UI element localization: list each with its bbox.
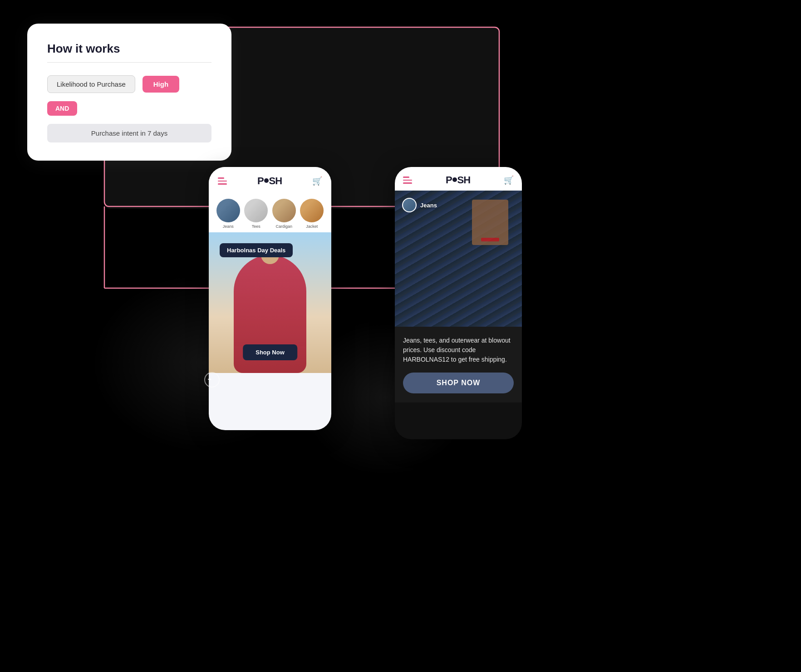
tees-circle <box>244 199 268 222</box>
hamburger-icon[interactable] <box>218 177 227 185</box>
cart-icon-right[interactable]: 🛒 <box>504 175 514 185</box>
hamburger-icon-right[interactable] <box>403 177 412 184</box>
and-chip[interactable]: AND <box>47 101 77 116</box>
phone-right-body: Jeans, tees, and outerwear at blowout pr… <box>395 327 522 402</box>
jeans-label: Jeans <box>223 224 234 229</box>
phone-left: PSH 🛒 Jeans Tees Cardigan Jacket Harboln… <box>209 167 331 430</box>
cardigan-label: Cardigan <box>275 224 292 229</box>
posh-logo-left: PSH <box>257 175 282 187</box>
category-tees[interactable]: Tees <box>244 199 268 229</box>
jeans-circle <box>216 199 240 222</box>
phone-left-header: PSH 🛒 <box>209 167 331 192</box>
category-cardigan[interactable]: Cardigan <box>272 199 296 229</box>
category-jeans[interactable]: Jeans <box>216 199 240 229</box>
likelihood-chip[interactable]: Likelihood to Purchase <box>47 75 135 93</box>
tees-label: Tees <box>252 224 260 229</box>
jeans-hero: Jeans <box>395 191 522 327</box>
jeans-badge: Jeans <box>402 198 437 212</box>
jeans-avatar <box>402 198 417 212</box>
banner-area: Harbolnas Day Deals Shop Now <box>209 232 331 373</box>
intent-chip[interactable]: Purchase intent in 7 days <box>47 124 211 142</box>
category-jacket[interactable]: Jacket <box>300 199 324 229</box>
card-divider <box>47 62 211 63</box>
how-it-works-card: How it works Likelihood to Purchase High… <box>27 24 231 161</box>
cardigan-circle <box>272 199 296 222</box>
cart-icon-left[interactable]: 🛒 <box>312 176 322 186</box>
jeans-badge-text: Jeans <box>420 202 437 209</box>
jeans-pocket <box>472 200 508 245</box>
high-chip[interactable]: High <box>143 76 179 93</box>
filter-row: Likelihood to Purchase High <box>47 75 211 93</box>
posh-logo-right: PSH <box>446 174 470 186</box>
card-title: How it works <box>47 42 211 56</box>
jacket-circle <box>300 199 324 222</box>
phone-right-description: Jeans, tees, and outerwear at blowout pr… <box>403 336 514 364</box>
phone-right-header: PSH 🛒 <box>395 167 522 191</box>
categories-row: Jeans Tees Cardigan Jacket <box>209 192 331 232</box>
shop-now-button[interactable]: Shop Now <box>243 344 297 360</box>
banner-tag: Harbolnas Day Deals <box>220 243 293 257</box>
jacket-label: Jacket <box>306 224 318 229</box>
phone-right: PSH 🛒 Jeans Jeans, tees, and outerwear a… <box>395 167 522 439</box>
shop-now-big-button[interactable]: SHOP NOW <box>403 373 514 393</box>
click-cursor <box>204 372 222 390</box>
